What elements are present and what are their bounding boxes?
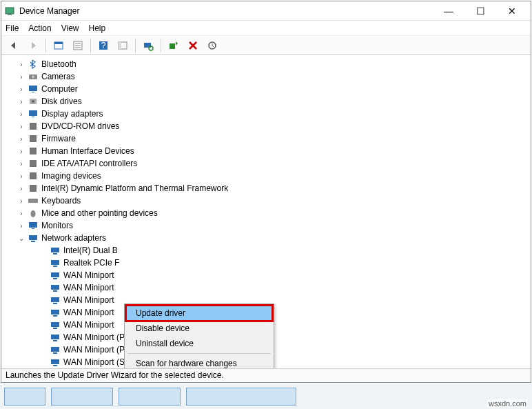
help-button[interactable]: ? — [95, 38, 112, 53]
expand-icon[interactable]: › — [17, 97, 26, 106]
svg-rect-33 — [32, 228, 34, 229]
svg-rect-41 — [53, 278, 57, 279]
network-adapter-icon — [50, 257, 61, 268]
svg-rect-47 — [53, 315, 57, 317]
tree-category[interactable]: ›Monitors — [4, 219, 531, 232]
disable-button[interactable] — [204, 38, 221, 53]
tree-device-label: WAN Miniport — [63, 308, 114, 317]
tree-device-label: Realtek PCIe F — [63, 258, 119, 268]
forward-button[interactable] — [25, 38, 41, 53]
tree-category-label: Keyboards — [41, 196, 81, 206]
expand-icon[interactable]: › — [17, 84, 26, 94]
svg-rect-49 — [53, 328, 57, 329]
context-menu-item[interactable]: Scan for hardware changes — [126, 356, 272, 368]
expand-icon[interactable]: › — [17, 134, 26, 143]
menu-help[interactable]: Help — [89, 23, 106, 33]
svg-rect-52 — [51, 347, 59, 352]
properties-icon-button[interactable] — [70, 38, 86, 53]
svg-rect-23 — [32, 117, 34, 117]
expand-icon[interactable]: › — [17, 221, 26, 230]
expand-icon[interactable]: › — [17, 171, 26, 181]
tree-category[interactable]: ›Intel(R) Dynamic Platform and Thermal F… — [4, 182, 531, 194]
menu-view[interactable]: View — [61, 23, 79, 33]
network-adapter-icon — [50, 357, 61, 368]
tree-category[interactable]: ›Computer — [4, 83, 531, 95]
expand-icon[interactable]: › — [17, 183, 26, 193]
tree-device-label: WAN Miniport — [63, 283, 114, 292]
minimize-button[interactable]: — — [433, 1, 464, 21]
tree-category[interactable]: ›Imaging devices — [4, 170, 531, 182]
svg-rect-42 — [51, 285, 59, 290]
toolbar-button-5[interactable] — [114, 38, 131, 53]
monitor-icon — [28, 220, 39, 231]
svg-rect-25 — [30, 135, 37, 142]
bluetooth-icon — [28, 59, 39, 70]
tree-category[interactable]: ⌄Network adapters — [4, 232, 531, 244]
context-menu-item[interactable]: Uninstall device — [126, 336, 272, 351]
tree-category[interactable]: ›Human Interface Devices — [4, 145, 531, 157]
titlebar: Device Manager — ☐ ✕ — [1, 1, 531, 21]
svg-rect-46 — [51, 310, 59, 315]
device-tree[interactable]: ›Bluetooth›Cameras›Computer›Disk drives›… — [1, 55, 531, 368]
expand-icon[interactable]: › — [17, 159, 26, 168]
svg-rect-54 — [51, 359, 59, 364]
maximize-button[interactable]: ☐ — [464, 1, 496, 21]
svg-rect-30 — [28, 199, 38, 203]
expand-icon[interactable]: › — [17, 196, 26, 206]
tree-device-label: WAN Miniport — [63, 320, 114, 330]
tree-category[interactable]: ›Disk drives — [4, 95, 531, 108]
expand-icon[interactable]: › — [17, 208, 26, 218]
expand-icon[interactable]: › — [17, 59, 26, 69]
expand-icon[interactable]: › — [17, 146, 26, 156]
expand-icon[interactable]: › — [17, 121, 26, 131]
network-adapter-icon — [50, 282, 61, 293]
tree-device[interactable]: WAN Miniport — [4, 269, 531, 281]
tree-device[interactable]: WAN Miniport — [4, 281, 531, 294]
svg-rect-48 — [51, 322, 59, 327]
update-driver-button[interactable] — [165, 38, 182, 53]
svg-rect-39 — [53, 266, 57, 267]
network-adapter-icon — [50, 319, 61, 330]
tree-device[interactable]: Realtek PCIe F — [4, 257, 531, 269]
expand-icon[interactable]: › — [17, 72, 26, 81]
collapse-icon[interactable]: ⌄ — [17, 233, 26, 243]
tree-category[interactable]: ›IDE ATA/ATAPI controllers — [4, 157, 531, 170]
back-button[interactable] — [6, 38, 22, 53]
svg-rect-51 — [53, 340, 57, 341]
svg-rect-35 — [31, 241, 35, 242]
tree-category[interactable]: ›Keyboards — [4, 194, 531, 207]
svg-rect-18 — [29, 86, 37, 91]
tree-device[interactable]: Intel(R) Dual B — [4, 244, 531, 257]
status-text: Launches the Update Driver Wizard for th… — [6, 370, 224, 380]
tree-category-label: Computer — [41, 84, 78, 94]
tree-category[interactable]: ›Mice and other pointing devices — [4, 207, 531, 219]
tree-category[interactable]: ›Bluetooth — [4, 58, 531, 70]
menu-separator — [127, 353, 271, 354]
tree-category[interactable]: ›Display adapters — [4, 108, 531, 120]
tree-category-label: Bluetooth — [41, 59, 76, 69]
tree-category[interactable]: ›Firmware — [4, 132, 531, 145]
close-button[interactable]: ✕ — [496, 1, 528, 21]
thumbnail-4 — [186, 388, 296, 406]
context-menu-item[interactable]: Disable device — [126, 321, 272, 336]
network-adapter-icon — [50, 245, 61, 256]
tree-category-label: Network adapters — [41, 233, 106, 243]
svg-point-31 — [31, 210, 36, 217]
tree-category[interactable]: ›DVD/CD-ROM drives — [4, 120, 531, 132]
context-menu-item[interactable]: Update driver — [126, 306, 272, 321]
tree-category[interactable]: ›Cameras — [4, 70, 531, 83]
menu-action[interactable]: Action — [28, 23, 51, 33]
svg-rect-22 — [29, 110, 37, 116]
uninstall-button[interactable] — [185, 38, 201, 53]
svg-rect-3 — [54, 42, 63, 44]
chip-icon — [28, 183, 39, 194]
expand-icon[interactable]: › — [17, 109, 26, 119]
hid-icon — [28, 146, 39, 157]
tree-category-label: DVD/CD-ROM drives — [41, 121, 119, 131]
watermark: wsxdn.com — [487, 399, 528, 408]
toolbar: ? — [1, 36, 531, 55]
show-hide-console-button[interactable] — [50, 38, 67, 53]
menu-file[interactable]: File — [6, 23, 19, 33]
keyboard-icon — [28, 195, 39, 206]
scan-hardware-button[interactable] — [140, 38, 156, 53]
